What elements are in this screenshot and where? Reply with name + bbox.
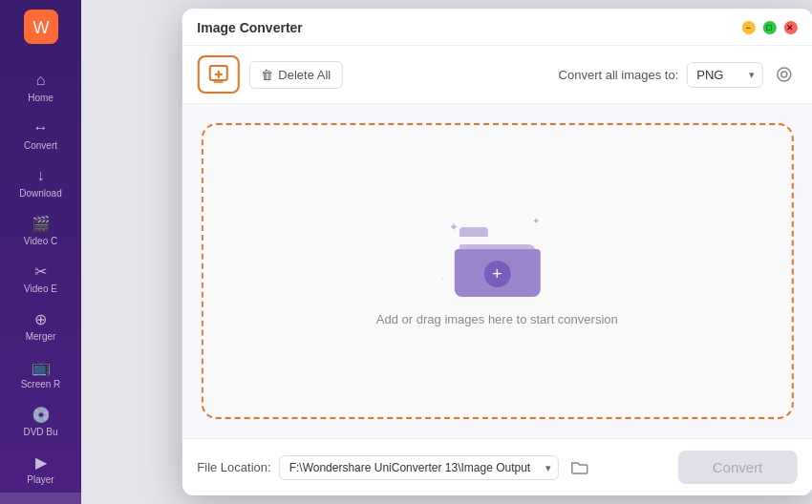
- main-content: Image Converter − □ ✕: [81, 0, 812, 504]
- merger-icon: ⊕: [32, 309, 51, 328]
- sidebar-item-video-edit[interactable]: ✂ Video E: [0, 254, 81, 302]
- sidebar-item-merger[interactable]: ⊕ Merger: [0, 302, 81, 349]
- sidebar-item-label: Home: [28, 93, 53, 103]
- sidebar-item-screen-recorder[interactable]: 📺 Screen R: [0, 349, 81, 397]
- file-location-select[interactable]: F:\Wondershare UniConverter 13\Image Out…: [279, 455, 559, 480]
- app-logo: W: [24, 10, 58, 44]
- delete-all-label: Delete All: [278, 68, 331, 82]
- player-icon: ▶: [32, 452, 51, 472]
- sidebar-item-convert[interactable]: ↔ Convert: [0, 111, 81, 158]
- toolbar-right: Convert all images to: PNG JPG BMP TIFF …: [559, 61, 798, 88]
- dialog-titlebar: Image Converter − □ ✕: [182, 9, 812, 46]
- svg-point-6: [780, 72, 786, 77]
- folder-tab: [459, 227, 487, 237]
- home-icon: ⌂: [32, 71, 51, 90]
- minimize-button[interactable]: −: [741, 21, 755, 34]
- dvd-icon: 💿: [32, 405, 51, 424]
- file-location-section: File Location: F:\Wondershare UniConvert…: [197, 454, 592, 481]
- convert-button[interactable]: Convert: [678, 451, 798, 484]
- sparkle-3: ·: [547, 274, 549, 283]
- toolbox-icon: ⊞: [32, 500, 51, 504]
- sidebar: W ⌂ Home ↔ Convert ↓ Download 🎬 Video C …: [0, 0, 81, 504]
- dialog-title: Image Converter: [197, 20, 302, 35]
- svg-text:W: W: [32, 18, 49, 37]
- format-select[interactable]: PNG JPG BMP TIFF WEBP: [686, 62, 762, 88]
- image-converter-dialog: Image Converter − □ ✕: [182, 9, 812, 495]
- sidebar-item-label: Screen R: [21, 379, 61, 389]
- convert-all-label: Convert all images to:: [559, 68, 679, 82]
- drop-zone-text: Add or drag images here to start convers…: [376, 312, 618, 326]
- toolbar-left: 🗑 Delete All: [197, 55, 343, 94]
- format-settings-button[interactable]: [770, 61, 797, 88]
- app-background: W ⌂ Home ↔ Convert ↓ Download 🎬 Video C …: [0, 0, 812, 504]
- sidebar-item-label: Player: [27, 474, 53, 485]
- convert-icon: ↔: [32, 118, 51, 137]
- dialog-body: ✦ ✦ · · + Add or drag images here to: [182, 104, 812, 438]
- screen-record-icon: 📺: [32, 357, 51, 376]
- maximize-button[interactable]: □: [762, 21, 776, 34]
- sidebar-item-download[interactable]: ↓ Download: [0, 158, 81, 206]
- format-select-wrapper: PNG JPG BMP TIFF WEBP: [686, 62, 762, 88]
- file-location-label: File Location:: [197, 460, 270, 474]
- sidebar-item-label: Download: [19, 188, 61, 199]
- file-location-select-wrapper: F:\Wondershare UniConverter 13\Image Out…: [279, 455, 559, 480]
- video-compress-icon: 🎬: [32, 214, 51, 233]
- trash-icon: 🗑: [261, 68, 273, 82]
- video-edit-icon: ✂: [32, 262, 51, 281]
- window-controls: − □ ✕: [741, 21, 797, 34]
- sidebar-item-player[interactable]: ▶ Player: [0, 445, 81, 493]
- folder-plus-icon: +: [483, 261, 510, 287]
- sidebar-item-dvd-burner[interactable]: 💿 DVD Bu: [0, 397, 81, 445]
- sidebar-item-video-compress[interactable]: 🎬 Video C: [0, 206, 81, 254]
- sidebar-item-label: Video E: [24, 284, 57, 294]
- sidebar-item-label: Video C: [24, 236, 57, 246]
- sidebar-item-home[interactable]: ⌂ Home: [0, 63, 81, 111]
- sidebar-item-label: DVD Bu: [23, 427, 57, 437]
- dialog-footer: File Location: F:\Wondershare UniConvert…: [182, 438, 812, 495]
- sidebar-item-label: Convert: [24, 140, 57, 151]
- sidebar-item-label: Merger: [26, 331, 56, 342]
- sparkle-2: ✦: [532, 216, 540, 226]
- delete-all-button[interactable]: 🗑 Delete All: [248, 61, 343, 89]
- folder-icon-container: ✦ ✦ · · +: [449, 216, 545, 297]
- drop-zone[interactable]: ✦ ✦ · · + Add or drag images here to: [201, 123, 793, 419]
- sidebar-item-toolbox[interactable]: ⊞ Toolbox: [0, 493, 81, 504]
- sparkle-4: ·: [441, 273, 444, 283]
- dialog-toolbar: 🗑 Delete All Convert all images to: PNG …: [182, 46, 812, 104]
- sparkle-1: ✦: [449, 220, 459, 234]
- open-folder-button[interactable]: [566, 454, 593, 481]
- folder-front: +: [454, 249, 540, 297]
- download-icon: ↓: [32, 166, 51, 185]
- close-button[interactable]: ✕: [783, 21, 797, 34]
- add-image-button[interactable]: [197, 55, 239, 94]
- svg-point-5: [777, 68, 790, 81]
